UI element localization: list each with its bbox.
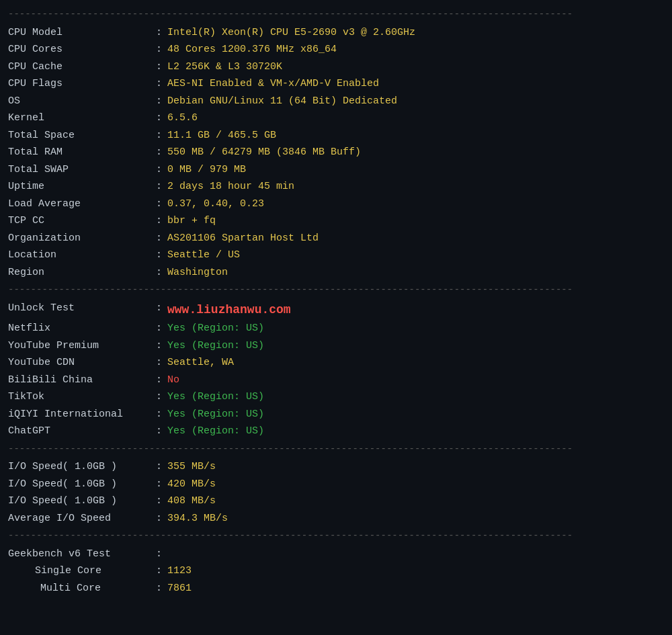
geekbench-multi-colon: : (156, 580, 162, 597)
geekbench-multi-value: 7861 (167, 580, 192, 597)
iqiyi-colon: : (156, 406, 162, 423)
io-avg-value: 394.3 MB/s (167, 510, 228, 527)
geekbench-title-colon: : (156, 546, 162, 563)
tcp-cc-row: TCP CC : bbr + fq (8, 212, 664, 230)
io2-row: I/O Speed( 1.0GB ) : 420 MB/s (8, 476, 664, 493)
cpu-cores-colon: : (156, 41, 162, 58)
youtube-cdn-colon: : (156, 354, 162, 372)
bilibili-value: No (167, 372, 179, 389)
netflix-colon: : (156, 320, 162, 337)
uptime-row: Uptime : 2 days 18 hour 45 min (8, 178, 664, 196)
cpu-flags-value: AES-NI Enabled & VM-x/AMD-V Enabled (167, 75, 379, 93)
load-avg-colon: : (156, 196, 162, 213)
unlock-website: www.liuzhanwu.com (167, 300, 291, 321)
geekbench-title-row: Geekbench v6 Test : (8, 546, 664, 563)
total-space-row: Total Space : 11.1 GB / 465.5 GB (8, 127, 664, 144)
geekbench-multi-label: Multi Core (8, 580, 156, 597)
geekbench-single-label: Single Core (8, 562, 156, 580)
region-row: Region : Washington (8, 264, 664, 282)
bilibili-label: BiliBili China (8, 372, 156, 389)
tcp-cc-value: bbr + fq (167, 212, 216, 230)
total-swap-row: Total SWAP : 0 MB / 979 MB (8, 161, 664, 179)
uptime-label: Uptime (8, 178, 156, 196)
io2-label: I/O Speed( 1.0GB ) (8, 476, 156, 493)
tiktok-colon: : (156, 388, 162, 406)
total-ram-colon: : (156, 144, 162, 161)
youtube-cdn-value: Seattle, WA (167, 354, 234, 372)
total-swap-colon: : (156, 161, 162, 179)
kernel-colon: : (156, 110, 162, 127)
io1-row: I/O Speed( 1.0GB ) : 355 MB/s (8, 458, 664, 476)
io1-value: 355 MB/s (167, 458, 216, 476)
organization-colon: : (156, 230, 162, 247)
divider-3: ----------------------------------------… (8, 530, 664, 543)
cpu-model-label: CPU Model (8, 24, 156, 42)
youtube-premium-row: YouTube Premium : Yes (Region: US) (8, 337, 664, 355)
youtube-premium-colon: : (156, 337, 162, 355)
tiktok-value: Yes (Region: US) (167, 388, 264, 406)
total-swap-label: Total SWAP (8, 161, 156, 179)
kernel-label: Kernel (8, 110, 156, 127)
geekbench-multi-row: Multi Core : 7861 (8, 580, 664, 597)
tiktok-label: TikTok (8, 388, 156, 406)
load-avg-row: Load Average : 0.37, 0.40, 0.23 (8, 196, 664, 213)
unlock-title-colon: : (156, 300, 162, 321)
divider-2: ----------------------------------------… (8, 443, 664, 456)
netflix-value: Yes (Region: US) (167, 320, 264, 337)
total-ram-row: Total RAM : 550 MB / 64279 MB (3846 MB B… (8, 144, 664, 161)
cpu-cores-label: CPU Cores (8, 41, 156, 58)
location-row: Location : Seattle / US (8, 247, 664, 264)
tcp-cc-label: TCP CC (8, 212, 156, 230)
youtube-cdn-label: YouTube CDN (8, 354, 156, 372)
cpu-cores-value: 48 Cores 1200.376 MHz x86_64 (167, 41, 337, 58)
load-avg-value: 0.37, 0.40, 0.23 (167, 196, 264, 213)
iqiyi-value: Yes (Region: US) (167, 406, 264, 423)
cpu-cache-row: CPU Cache : L2 256K & L3 30720K (8, 58, 664, 76)
region-value: Washington (167, 264, 228, 282)
total-ram-label: Total RAM (8, 144, 156, 161)
io2-value: 420 MB/s (167, 476, 216, 493)
divider-1: ----------------------------------------… (8, 284, 664, 297)
region-colon: : (156, 264, 162, 282)
organization-value: AS201106 Spartan Host Ltd (167, 230, 319, 247)
io-avg-row: Average I/O Speed : 394.3 MB/s (8, 510, 664, 527)
io-avg-label: Average I/O Speed (8, 510, 156, 527)
chatgpt-row: ChatGPT : Yes (Region: US) (8, 423, 664, 440)
youtube-cdn-row: YouTube CDN : Seattle, WA (8, 354, 664, 372)
netflix-label: Netflix (8, 320, 156, 337)
io2-colon: : (156, 476, 162, 493)
io1-colon: : (156, 458, 162, 476)
region-label: Region (8, 264, 156, 282)
organization-row: Organization : AS201106 Spartan Host Ltd (8, 230, 664, 247)
io-avg-colon: : (156, 510, 162, 527)
os-label: OS (8, 93, 156, 110)
uptime-colon: : (156, 178, 162, 196)
location-colon: : (156, 247, 162, 264)
io-speed-section: I/O Speed( 1.0GB ) : 355 MB/s I/O Speed(… (8, 458, 664, 527)
cpu-cache-value: L2 256K & L3 30720K (167, 58, 282, 76)
iqiyi-label: iQIYI International (8, 406, 156, 423)
geekbench-title-label: Geekbench v6 Test (8, 546, 156, 563)
load-avg-label: Load Average (8, 196, 156, 213)
chatgpt-value: Yes (Region: US) (167, 423, 264, 440)
geekbench-single-colon: : (156, 562, 162, 580)
bilibili-colon: : (156, 372, 162, 389)
os-colon: : (156, 93, 162, 110)
kernel-value: 6.5.6 (167, 110, 198, 127)
geekbench-single-row: Single Core : 1123 (8, 562, 664, 580)
terminal-output: ----------------------------------------… (8, 8, 664, 597)
cpu-cache-label: CPU Cache (8, 58, 156, 76)
cpu-flags-label: CPU Flags (8, 75, 156, 93)
unlock-title-row: Unlock Test : www.liuzhanwu.com (8, 300, 664, 321)
total-space-label: Total Space (8, 127, 156, 144)
netflix-row: Netflix : Yes (Region: US) (8, 320, 664, 337)
io3-colon: : (156, 493, 162, 510)
cpu-flags-colon: : (156, 75, 162, 93)
bilibili-row: BiliBili China : No (8, 372, 664, 389)
kernel-row: Kernel : 6.5.6 (8, 110, 664, 127)
cpu-cores-row: CPU Cores : 48 Cores 1200.376 MHz x86_64 (8, 41, 664, 58)
total-swap-value: 0 MB / 979 MB (167, 161, 246, 179)
io1-label: I/O Speed( 1.0GB ) (8, 458, 156, 476)
cpu-model-colon: : (156, 24, 162, 42)
cpu-model-value: Intel(R) Xeon(R) CPU E5-2690 v3 @ 2.60GH… (167, 24, 415, 42)
